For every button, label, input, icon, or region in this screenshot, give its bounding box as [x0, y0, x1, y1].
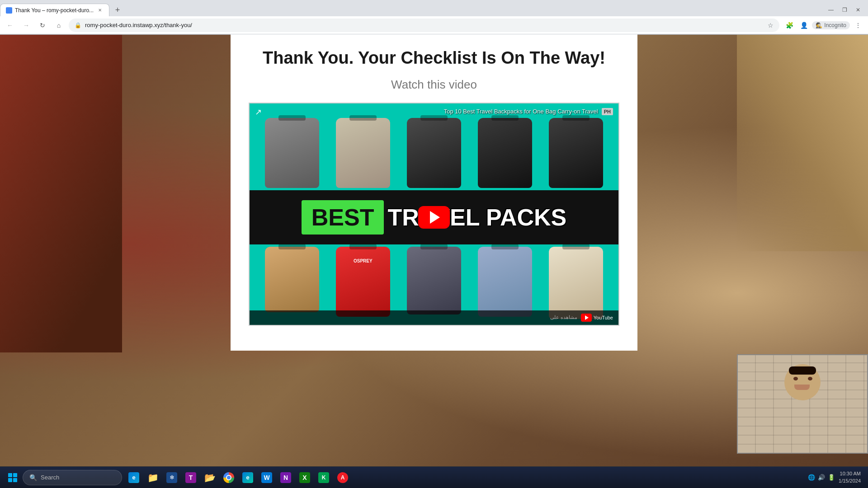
- tray-icon-network: 🌐: [808, 474, 815, 481]
- time-display[interactable]: 10:30 AM 1/15/2024: [839, 470, 861, 484]
- taskbar-app-edge[interactable]: e: [125, 469, 143, 487]
- banner-best-text: BEST: [302, 200, 384, 235]
- clock-date: 1/15/2024: [839, 478, 861, 484]
- tab-favicon: [6, 7, 12, 14]
- taskbar-apps: e 📁 ❄ T 📂 e W N X: [125, 469, 352, 487]
- taskbar: 🔍 Search e 📁 ❄ T 📂 e W: [0, 466, 868, 488]
- profile-button[interactable]: 👤: [797, 19, 810, 32]
- backpack-1: [265, 118, 319, 188]
- taskbar-app-chrome[interactable]: [220, 469, 238, 487]
- play-icon: [430, 211, 440, 224]
- video-title-text: Top 10 Best Travel Backpacks for One Bag…: [444, 108, 598, 115]
- win-quad-3: [8, 478, 12, 482]
- incognito-icon: 🕵: [816, 22, 822, 28]
- backpack-9: [478, 247, 532, 317]
- tab-close-button[interactable]: ✕: [96, 7, 104, 14]
- taskbar-app-deepfreeze[interactable]: ❄: [163, 469, 181, 487]
- taskbar-app-file-explorer[interactable]: 📁: [144, 469, 162, 487]
- tab-bar: Thank You – romy-pocket-duro... ✕ + — ❐ …: [0, 0, 868, 16]
- video-title-overlay: Top 10 Best Travel Backpacks for One Bag…: [250, 108, 613, 115]
- file-explorer-icon: 📁: [147, 472, 158, 483]
- ph-badge: PH: [602, 108, 613, 115]
- youtube-watch-text: مشاهده على: [550, 314, 577, 320]
- backpack-5: [549, 118, 603, 188]
- backpack-3: [407, 118, 461, 188]
- banner-travel-text: TRAVEL PACKS: [387, 204, 566, 231]
- url-bar[interactable]: 🔒 romy-pocket-duro.instawp.xyz/thank-you…: [69, 19, 779, 32]
- incognito-badge: 🕵 Incognito: [812, 21, 850, 29]
- forward-button[interactable]: →: [20, 19, 33, 32]
- taskbar-app-excel[interactable]: X: [296, 469, 314, 487]
- menu-button[interactable]: ⋮: [852, 19, 864, 32]
- person-head: [784, 364, 821, 400]
- tray-icons: 🌐 🔊 🔋: [808, 474, 835, 481]
- tray-icon-volume: 🔊: [818, 474, 825, 481]
- backpack-strap: [349, 244, 377, 249]
- backpack-7: OSPREY: [336, 247, 390, 317]
- taskbar-app-folder[interactable]: 📂: [201, 469, 219, 487]
- window-controls: — ❐ ✕: [825, 5, 868, 16]
- backpack-strap: [491, 244, 519, 249]
- video-play-button[interactable]: [418, 206, 450, 229]
- taskbar-app-teams[interactable]: T: [182, 469, 200, 487]
- backpack-10: [549, 247, 603, 319]
- content-area: Thank You. Your Checklist Is On The Way!…: [0, 34, 868, 488]
- video-share-button[interactable]: ↗: [255, 107, 262, 117]
- start-button[interactable]: [4, 469, 22, 487]
- taskbar-app-kaspersky[interactable]: K: [315, 469, 333, 487]
- win-quad-1: [8, 473, 12, 477]
- video-container[interactable]: BEST TRAVEL PACKS: [249, 103, 619, 326]
- restore-button[interactable]: ❐: [838, 5, 851, 14]
- search-icon: 🔍: [29, 474, 37, 481]
- page-subtitle: Watch this video: [249, 78, 619, 92]
- bookmark-icon[interactable]: ☆: [768, 22, 774, 29]
- folder-icon: 📂: [204, 472, 215, 483]
- taskbar-app-word[interactable]: W: [258, 469, 276, 487]
- youtube-label: YouTube: [594, 315, 613, 320]
- win-quad-4: [13, 478, 17, 482]
- edge-icon: e: [128, 472, 139, 483]
- backpack-strap: [562, 244, 590, 249]
- taskbar-app-onenote[interactable]: N: [277, 469, 295, 487]
- anydesk-icon: A: [337, 472, 348, 483]
- minimize-button[interactable]: —: [825, 5, 837, 14]
- win-quad-2: [13, 473, 17, 477]
- kaspersky-icon: K: [318, 472, 329, 483]
- backpack-6: [265, 247, 319, 312]
- teams-icon: T: [185, 472, 196, 483]
- extensions-button[interactable]: 🧩: [783, 19, 796, 32]
- video-background: BEST TRAVEL PACKS: [250, 103, 618, 325]
- word-icon: W: [261, 472, 272, 483]
- page-container: Thank You. Your Checklist Is On The Way!…: [231, 34, 637, 351]
- video-center-banner: BEST TRAVEL PACKS: [250, 190, 618, 244]
- backpack-4: [478, 118, 532, 188]
- back-button[interactable]: ←: [4, 19, 16, 32]
- backpack-strap: [562, 115, 590, 121]
- onenote-icon: N: [280, 472, 291, 483]
- webcam-overlay: [737, 354, 868, 454]
- deepfreeze-icon: ❄: [166, 472, 177, 483]
- youtube-logo[interactable]: YouTube: [581, 314, 613, 322]
- backpack-2: [336, 118, 390, 188]
- close-window-button[interactable]: ✕: [852, 5, 864, 14]
- security-icon: 🔒: [75, 22, 81, 28]
- edge2-icon: e: [242, 472, 253, 483]
- home-button[interactable]: ⌂: [52, 19, 65, 32]
- video-thumbnail[interactable]: BEST TRAVEL PACKS: [250, 103, 618, 325]
- taskbar-search[interactable]: 🔍 Search: [23, 470, 122, 485]
- backpack-8: [407, 247, 461, 314]
- address-bar: ← → ↻ ⌂ 🔒 romy-pocket-duro.instawp.xyz/t…: [0, 16, 868, 34]
- page-title: Thank You. Your Checklist Is On The Way!: [249, 48, 619, 69]
- active-tab[interactable]: Thank You – romy-pocket-duro... ✕: [0, 4, 109, 16]
- backpack-strap: [278, 244, 306, 249]
- youtube-icon: [581, 314, 592, 322]
- url-text: romy-pocket-duro.instawp.xyz/thank-you/: [85, 22, 764, 28]
- taskbar-app-edge2[interactable]: e: [239, 469, 257, 487]
- backpack-strap: [420, 115, 448, 121]
- taskbar-app-anydesk[interactable]: A: [334, 469, 352, 487]
- new-tab-button[interactable]: +: [111, 4, 124, 16]
- backpack-strap: [278, 115, 306, 121]
- chrome-icon: [223, 472, 234, 483]
- clock-time: 10:30 AM: [839, 470, 861, 477]
- reload-button[interactable]: ↻: [36, 19, 49, 32]
